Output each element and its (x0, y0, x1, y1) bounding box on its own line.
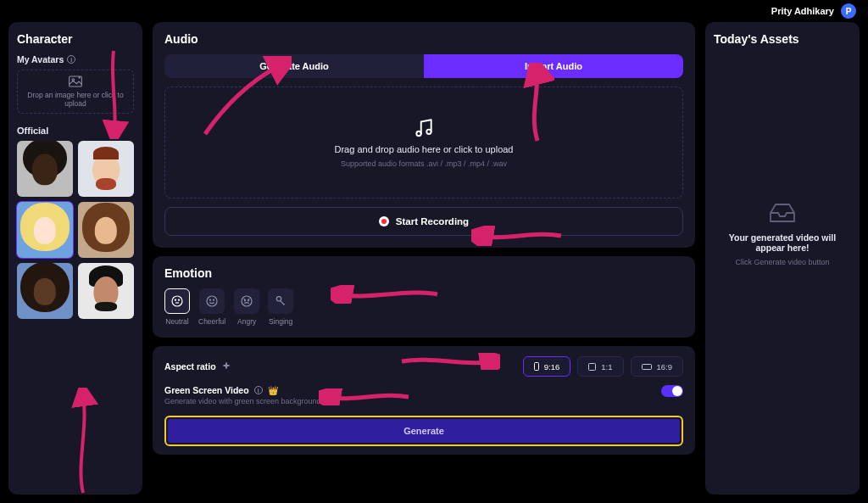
character-title: Character (17, 32, 134, 46)
audio-title: Audio (164, 32, 683, 46)
emotion-angry-button[interactable] (234, 288, 259, 314)
emotion-label: Neutral (165, 317, 188, 326)
upload-image-icon (69, 75, 82, 87)
emotion-singing-button[interactable] (268, 288, 293, 314)
avatar-thumb[interactable] (78, 141, 134, 197)
emotion-label: Singing (269, 317, 292, 326)
aspect-label-text: 16:9 (657, 362, 673, 372)
info-icon: i (67, 55, 75, 64)
svg-point-11 (242, 296, 252, 306)
emotion-item-cheerful: Cheerful (198, 288, 225, 326)
emotion-item-angry: Angry (234, 288, 259, 326)
record-icon (379, 216, 389, 226)
start-recording-button[interactable]: Start Recording (164, 207, 683, 236)
microphone-icon (274, 294, 287, 308)
info-icon: i (254, 386, 263, 394)
audio-tabs: Generate Audio Import Audio (164, 54, 683, 78)
topbar: Prity Adhikary P (0, 0, 868, 22)
emotion-item-neutral: Neutral (164, 288, 190, 326)
emotion-label: Angry (237, 317, 256, 326)
greenscreen-toggle[interactable] (661, 385, 683, 397)
assets-empty-sub: Click Generate video button (735, 258, 829, 266)
svg-point-9 (210, 299, 211, 300)
emotion-cheerful-button[interactable] (199, 288, 225, 314)
svg-point-5 (175, 299, 175, 300)
aspect-ratio-label: Aspect ratio (164, 361, 231, 372)
assets-empty-state: Your generated video will appear here! C… (714, 54, 851, 266)
face-angry-icon (240, 294, 253, 308)
user-name: Prity Adhikary (771, 6, 834, 16)
audio-drop-headline: Drag and drop audio here or click to upl… (335, 144, 514, 154)
tab-generate-audio[interactable]: Generate Audio (164, 54, 424, 78)
tab-import-audio[interactable]: Import Audio (424, 54, 683, 78)
avatar-upload-dropzone[interactable]: Drop an image here or click to upload (17, 70, 134, 114)
avatar-thumb[interactable] (17, 202, 73, 258)
svg-point-8 (207, 296, 217, 306)
sparkle-icon (221, 361, 231, 372)
audio-panel: Audio Generate Audio Import Audio Drag a… (153, 22, 695, 248)
svg-point-3 (426, 130, 431, 134)
aspect-label-text: 1:1 (601, 362, 612, 372)
svg-point-2 (416, 131, 420, 136)
svg-point-13 (248, 300, 249, 301)
annotation-arrow (64, 388, 102, 498)
settings-panel: Aspect ratio 9:16 1:1 16:9 (153, 346, 695, 455)
avatar-thumb[interactable] (17, 263, 73, 319)
aspect-label-text: 9:16 (544, 362, 560, 372)
avatar-thumb[interactable] (17, 141, 73, 197)
official-avatar-grid (17, 141, 134, 319)
generate-button[interactable]: Generate (168, 419, 680, 443)
user-avatar[interactable]: P (841, 3, 856, 19)
face-smile-icon (205, 294, 219, 308)
greenscreen-title: Green Screen Video i 👑 (164, 385, 321, 395)
crown-icon: 👑 (268, 386, 278, 395)
assets-panel: Today's Assets Your generated video will… (705, 22, 860, 495)
official-label: Official (17, 126, 134, 136)
audio-upload-dropzone[interactable]: Drag and drop audio here or click to upl… (164, 87, 683, 198)
emotion-panel: Emotion Neutral Cheerful (153, 256, 695, 338)
aspect-16-9-button[interactable]: 16:9 (631, 356, 684, 377)
avatar-thumb[interactable] (78, 263, 134, 319)
record-label: Start Recording (396, 216, 469, 226)
assets-empty-headline: Your generated video will appear here! (714, 232, 851, 253)
aspect-ratio-options: 9:16 1:1 16:9 (523, 356, 683, 377)
middle-column: Audio Generate Audio Import Audio Drag a… (153, 22, 695, 495)
svg-point-4 (172, 296, 182, 306)
assets-title: Today's Assets (714, 32, 851, 46)
music-note-icon (413, 117, 435, 139)
emotion-options: Neutral Cheerful Angry (164, 288, 683, 326)
inbox-icon (768, 202, 797, 224)
emotion-item-singing: Singing (268, 288, 293, 326)
audio-drop-sub: Supported audio formats .avi / .mp3 / .m… (341, 159, 507, 168)
svg-point-12 (245, 300, 246, 301)
avatar-dropzone-text: Drop an image here or click to upload (18, 91, 133, 108)
character-panel: Character My Avatars i Drop an image her… (8, 22, 142, 495)
avatar-thumb[interactable] (78, 202, 134, 258)
my-avatars-label: My Avatars i (17, 54, 134, 64)
generate-button-highlight: Generate (164, 416, 683, 446)
aspect-9-16-button[interactable]: 9:16 (523, 356, 571, 377)
emotion-title: Emotion (164, 266, 683, 280)
emotion-label: Cheerful (198, 317, 225, 326)
svg-point-10 (214, 299, 214, 300)
svg-point-6 (178, 299, 179, 300)
emotion-neutral-button[interactable] (164, 288, 190, 314)
greenscreen-desc: Generate video with green screen backgro… (164, 397, 321, 405)
face-neutral-icon (170, 294, 184, 308)
aspect-1-1-button[interactable]: 1:1 (577, 356, 623, 377)
